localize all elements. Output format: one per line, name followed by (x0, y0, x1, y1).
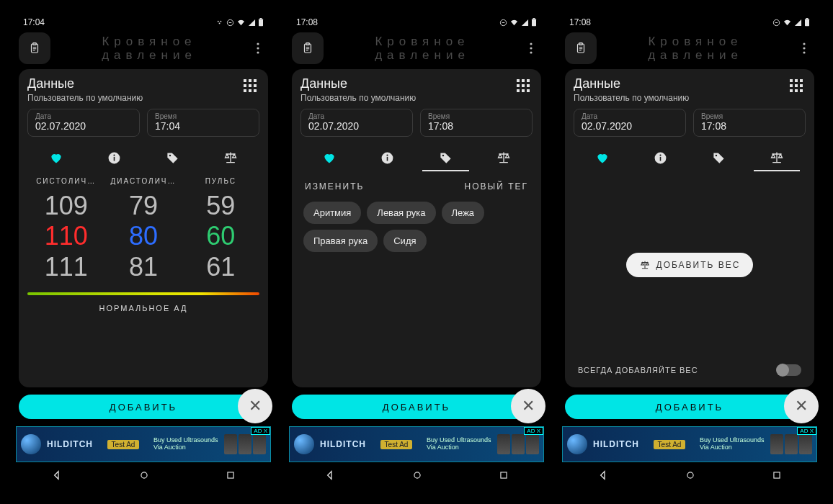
tag-chip[interactable]: Сидя (383, 230, 426, 252)
svg-rect-62 (800, 84, 803, 87)
svg-rect-16 (254, 84, 257, 87)
android-navbar (286, 462, 547, 488)
tab-info[interactable] (86, 145, 144, 170)
ad-banner[interactable]: HILDITCH Test Ad Buy Used Ultrasounds Vi… (562, 426, 817, 462)
tab-info[interactable] (632, 145, 690, 170)
tab-scale[interactable] (202, 145, 260, 170)
overflow-menu[interactable] (521, 42, 541, 54)
always-add-weight-switch[interactable] (777, 364, 801, 376)
panel-subtitle: Пользователь по умолчанию (300, 93, 416, 103)
overflow-menu[interactable] (248, 42, 268, 54)
clipboard-icon (301, 42, 314, 55)
android-navbar (559, 462, 820, 488)
nav-back[interactable] (51, 469, 63, 481)
heart-icon (322, 150, 337, 165)
clock: 17:04 (23, 17, 45, 27)
tag-chip[interactable]: Лежа (442, 202, 485, 224)
nav-home[interactable] (412, 470, 422, 480)
grid-button[interactable] (241, 76, 259, 95)
ad-banner[interactable]: HILDITCH Test Ad Buy Used Ultrasounds Vi… (16, 426, 271, 462)
svg-rect-18 (249, 89, 251, 92)
new-tag-link[interactable]: НОВЫЙ ТЕГ (465, 181, 528, 192)
scale-icon (639, 260, 651, 270)
nav-back[interactable] (597, 469, 609, 481)
time-field[interactable]: Время17:08 (420, 109, 533, 137)
svg-rect-21 (114, 156, 115, 161)
tab-tag[interactable] (690, 145, 748, 170)
tag-chip[interactable]: Аритмия (303, 202, 361, 224)
panel-subtitle: Пользователь по умолчанию (27, 93, 143, 103)
add-button[interactable]: ДОБАВИТЬ (565, 395, 814, 419)
section-tabs (574, 145, 806, 170)
svg-rect-27 (532, 19, 536, 27)
nav-home[interactable] (685, 470, 695, 480)
svg-point-22 (114, 154, 115, 156)
close-icon: ✕ (522, 397, 535, 415)
clipboard-tab[interactable] (292, 32, 324, 64)
wifi-icon (509, 19, 519, 27)
no-sim-icon (216, 19, 224, 27)
svg-rect-5 (260, 18, 262, 19)
add-weight-button[interactable]: ДОБАВИТЬ ВЕС (626, 253, 754, 277)
grid-button[interactable] (787, 76, 806, 95)
tab-heart[interactable] (27, 145, 86, 170)
edit-tags-link[interactable]: ИЗМЕНИТЬ (305, 181, 364, 192)
svg-point-69 (715, 154, 717, 156)
svg-rect-42 (527, 89, 530, 92)
svg-rect-11 (244, 79, 246, 82)
time-field[interactable]: Время17:08 (693, 109, 806, 137)
svg-rect-35 (522, 79, 525, 82)
nav-recent[interactable] (226, 470, 236, 480)
tag-chip[interactable]: Левая рука (367, 202, 435, 224)
panel-title: Данные (300, 76, 416, 91)
scale-icon (223, 150, 239, 165)
overflow-menu[interactable] (794, 42, 814, 54)
svg-rect-60 (790, 84, 793, 87)
close-icon: ✕ (249, 397, 262, 415)
svg-rect-25 (228, 472, 233, 478)
svg-point-68 (660, 154, 662, 156)
tab-info[interactable] (359, 145, 417, 170)
clipboard-tab[interactable] (565, 32, 597, 64)
nav-home[interactable] (139, 470, 149, 480)
tab-tag[interactable] (416, 145, 475, 170)
osc-icon (226, 19, 234, 27)
svg-point-31 (530, 42, 532, 45)
close-icon: ✕ (795, 397, 808, 415)
date-field[interactable]: Дата 02.07.2020 (27, 109, 140, 137)
svg-rect-36 (527, 79, 530, 82)
nav-back[interactable] (324, 469, 336, 481)
add-button[interactable]: ДОБАВИТЬ (292, 395, 541, 419)
close-button[interactable]: ✕ (511, 389, 545, 423)
tab-scale[interactable] (475, 145, 533, 170)
screen-3: 17:08 Кровяноедавление ДанныеПользовател… (559, 13, 820, 488)
signal-icon (794, 19, 802, 27)
tag-chip[interactable]: Правая рука (303, 230, 378, 252)
screen-2: 17:08 Кровяноедавление ДанныеПользовател… (286, 13, 547, 488)
date-field[interactable]: Дата02.07.2020 (300, 109, 413, 137)
data-panel: ДанныеПользователь по умолчанию Дата02.0… (565, 69, 814, 387)
tab-heart[interactable] (300, 145, 359, 170)
svg-rect-19 (254, 89, 257, 92)
tab-heart[interactable] (574, 145, 632, 170)
panel-subtitle: Пользователь по умолчанию (574, 93, 689, 103)
battery-icon (531, 18, 537, 27)
col-systolic: СИСТОЛИЧ… (27, 177, 104, 185)
nav-recent[interactable] (499, 470, 509, 480)
always-add-weight-label: ВСЕГДА ДОБАВЛЯЙТЕ ВЕС (578, 366, 698, 374)
time-field[interactable]: Время 17:04 (147, 109, 259, 137)
nav-recent[interactable] (772, 470, 782, 480)
tab-scale[interactable] (748, 145, 806, 170)
svg-rect-38 (522, 84, 525, 87)
ad-banner[interactable]: HILDITCH Test Ad Buy Used Ultrasounds Vi… (289, 426, 544, 462)
close-button[interactable]: ✕ (784, 389, 819, 423)
svg-point-55 (803, 47, 805, 49)
close-button[interactable]: ✕ (238, 389, 272, 423)
tab-tag[interactable] (143, 145, 202, 170)
grid-button[interactable] (514, 76, 533, 95)
svg-rect-37 (517, 84, 520, 87)
clipboard-tab[interactable] (19, 32, 50, 64)
picker-values[interactable]: 109 110 111 79 80 81 59 60 61 (27, 191, 259, 282)
date-field[interactable]: Дата02.07.2020 (574, 109, 686, 137)
add-button[interactable]: ДОБАВИТЬ (19, 395, 268, 419)
